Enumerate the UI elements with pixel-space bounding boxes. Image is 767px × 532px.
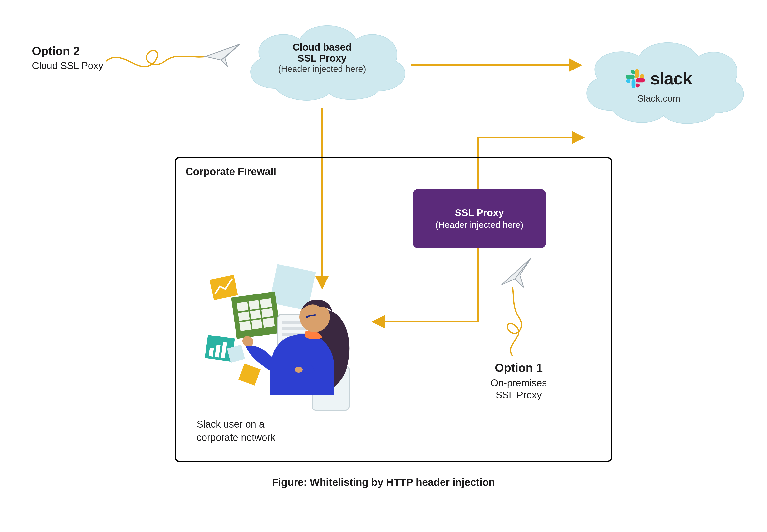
corporate-firewall-label: Corporate Firewall <box>185 166 276 178</box>
figure-caption: Figure: Whitelisting by HTTP header inje… <box>0 476 767 488</box>
paper-plane-icon-2 <box>496 255 536 290</box>
user-caption: Slack user on a corporate network <box>197 418 275 444</box>
svg-marker-2 <box>501 258 531 287</box>
ssl-proxy-sub: (Header injected here) <box>435 220 523 230</box>
svg-point-28 <box>306 316 308 318</box>
option1-sub-l2: SSL Proxy <box>482 390 555 401</box>
ssl-proxy-box: SSL Proxy (Header injected here) <box>413 189 546 248</box>
user-caption-l1: Slack user on a <box>197 418 275 431</box>
ssl-proxy-title: SSL Proxy <box>455 207 504 218</box>
squiggle-option1 <box>489 285 536 359</box>
svg-point-29 <box>295 367 303 373</box>
svg-rect-6 <box>237 298 275 331</box>
svg-rect-16 <box>239 364 261 386</box>
option1-sub-l1: On-premises <box>482 378 555 389</box>
option1-title: Option 1 <box>482 361 555 375</box>
user-caption-l2: corporate network <box>197 431 275 444</box>
user-illustration <box>197 258 379 415</box>
diagram-stage: Cloud based SSL Proxy (Header injected h… <box>0 0 767 532</box>
svg-rect-11 <box>210 275 238 300</box>
svg-line-3 <box>515 258 531 279</box>
option1-block: Option 1 On-premises SSL Proxy <box>482 361 555 401</box>
